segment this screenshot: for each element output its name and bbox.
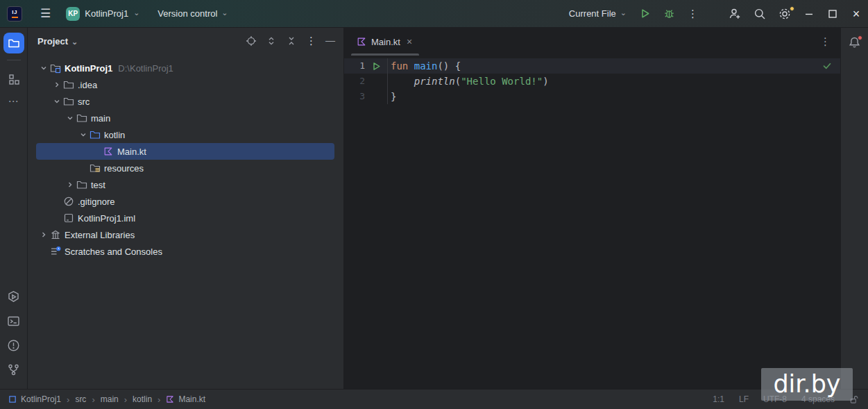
kotlin-file-icon bbox=[166, 395, 174, 403]
project-icon bbox=[8, 395, 17, 403]
line-number: 2 bbox=[344, 74, 365, 89]
folder-icon bbox=[76, 112, 87, 124]
tab-mainkt[interactable]: Main.kt × bbox=[350, 28, 420, 56]
editor-options-menu[interactable]: ⋮ bbox=[810, 35, 840, 48]
notifications-button[interactable] bbox=[848, 36, 861, 49]
check-icon bbox=[822, 61, 832, 71]
run-configuration-selector[interactable]: Current File ⌄ bbox=[563, 8, 633, 19]
chevron-down-icon[interactable] bbox=[37, 65, 50, 72]
terminal-toolwindow-button[interactable] bbox=[7, 309, 20, 333]
inspections-status-widget[interactable] bbox=[819, 59, 835, 73]
libraries-icon bbox=[50, 229, 61, 240]
indent-widget[interactable]: 4 spaces bbox=[801, 394, 835, 404]
unlocked-icon bbox=[849, 395, 858, 404]
window-close-button[interactable]: × bbox=[844, 8, 868, 20]
code-with-me-button[interactable] bbox=[722, 8, 747, 20]
code-line-2[interactable]: 2 println("Hello World!") bbox=[344, 74, 840, 89]
tree-item-idea[interactable]: .idea bbox=[28, 76, 343, 93]
window-maximize-button[interactable] bbox=[821, 10, 844, 18]
tree-item-label: src bbox=[78, 97, 90, 107]
caret-position-widget[interactable]: 1:1 bbox=[713, 394, 724, 404]
tree-item-test[interactable]: test bbox=[28, 176, 343, 193]
tree-item-src[interactable]: src bbox=[28, 93, 343, 110]
chevron-down-icon: ⌄ bbox=[71, 37, 78, 46]
tree-item-main[interactable]: main bbox=[28, 110, 343, 126]
panel-options-button[interactable]: ⋮ bbox=[306, 35, 316, 47]
chevron-down-icon[interactable] bbox=[50, 98, 63, 105]
terminal-icon bbox=[7, 315, 20, 328]
run-configuration-label: Current File bbox=[569, 8, 616, 19]
tree-item-iml[interactable]: KotlinProj1.iml bbox=[28, 210, 343, 226]
more-actions-menu[interactable]: ⋮ bbox=[681, 8, 704, 20]
code-line-1[interactable]: 1 fun main() { bbox=[344, 58, 840, 74]
problems-toolwindow-button[interactable] bbox=[7, 333, 20, 358]
tree-item-resources[interactable]: resources bbox=[28, 160, 343, 176]
code-line-3[interactable]: 3 } bbox=[344, 89, 840, 104]
hide-panel-button[interactable]: — bbox=[325, 35, 335, 46]
tree-item-label: .gitignore bbox=[78, 197, 114, 207]
search-icon bbox=[754, 8, 766, 20]
git-toolwindow-button[interactable] bbox=[7, 358, 20, 382]
tree-item-gitignore[interactable]: .gitignore bbox=[28, 193, 343, 210]
project-name: KotlinProj1 bbox=[85, 8, 128, 19]
debug-button[interactable] bbox=[657, 8, 681, 19]
module-file-icon bbox=[63, 212, 74, 224]
tree-item-kotlinproj1-root[interactable]: KotlinProj1 D:\KotlinProj1 bbox=[28, 60, 343, 76]
bug-icon bbox=[663, 8, 675, 19]
collapse-all-button[interactable] bbox=[286, 35, 297, 47]
resources-folder-icon bbox=[90, 162, 101, 174]
breadcrumb-separator: › bbox=[158, 394, 160, 405]
tree-item-kotlin[interactable]: kotlin bbox=[28, 126, 343, 143]
vcs-widget[interactable]: Version control ⌄ bbox=[158, 8, 228, 19]
breadcrumb-project[interactable]: KotlinProj1 bbox=[8, 394, 61, 404]
gutter: 1 bbox=[344, 58, 388, 74]
maximize-icon bbox=[828, 10, 837, 18]
encoding-widget[interactable]: UTF-8 bbox=[763, 394, 787, 404]
breadcrumb-mainkt[interactable]: Main.kt bbox=[166, 394, 205, 404]
stripe-divider bbox=[7, 60, 21, 60]
main-menu-hamburger-icon[interactable]: ☰ bbox=[32, 6, 59, 21]
structure-toolwindow-button[interactable] bbox=[8, 67, 20, 91]
breadcrumb-separator: › bbox=[92, 394, 94, 405]
folder-icon bbox=[63, 79, 74, 90]
chevron-down-icon: ⌄ bbox=[133, 9, 139, 16]
chevron-down-icon[interactable] bbox=[76, 131, 90, 138]
breadcrumb-src[interactable]: src bbox=[75, 394, 86, 404]
breadcrumb-kotlin[interactable]: kotlin bbox=[133, 394, 152, 404]
line-ending-widget[interactable]: LF bbox=[739, 394, 749, 404]
readonly-toggle[interactable] bbox=[849, 395, 858, 404]
editor-tab-bar: Main.kt × ⋮ bbox=[344, 28, 840, 56]
chevron-right-icon[interactable] bbox=[50, 81, 63, 88]
folder-icon bbox=[8, 37, 20, 49]
minimize-icon bbox=[805, 10, 813, 18]
settings-button[interactable] bbox=[772, 8, 797, 20]
search-everywhere-button[interactable] bbox=[747, 8, 772, 20]
chevron-right-icon[interactable] bbox=[37, 231, 50, 238]
code-editor[interactable]: 1 fun main() { 2 println("Hello World!")… bbox=[344, 56, 840, 389]
project-widget[interactable]: KP KotlinProj1 ⌄ bbox=[66, 7, 139, 21]
tree-item-mainkt-selected[interactable]: Main.kt bbox=[36, 143, 334, 160]
run-main-gutter-button[interactable] bbox=[365, 62, 387, 71]
tree-item-external-libraries[interactable]: External Libraries bbox=[28, 226, 343, 243]
run-toolwindow-button[interactable] bbox=[7, 285, 20, 309]
project-panel-title[interactable]: Project⌄ bbox=[37, 36, 78, 47]
window-minimize-button[interactable] bbox=[797, 10, 821, 18]
chevron-down-icon[interactable] bbox=[63, 115, 76, 122]
title-bar: IJ ☰ KP KotlinProj1 ⌄ Version control ⌄ … bbox=[0, 0, 868, 28]
line-number: 3 bbox=[344, 89, 365, 104]
problems-icon bbox=[7, 339, 20, 352]
tree-item-scratches[interactable]: Scratches and Consoles bbox=[28, 243, 343, 260]
intellij-logo-icon: IJ bbox=[7, 6, 22, 22]
run-button[interactable] bbox=[633, 8, 657, 19]
close-icon[interactable]: × bbox=[405, 35, 414, 48]
project-toolwindow-button[interactable] bbox=[3, 33, 24, 53]
chevron-down-icon: ⌄ bbox=[620, 9, 627, 16]
chevron-right-icon[interactable] bbox=[63, 181, 76, 188]
breadcrumb-main[interactable]: main bbox=[101, 394, 119, 404]
collapse-all-icon bbox=[286, 35, 297, 47]
expand-all-button[interactable] bbox=[266, 35, 277, 47]
locate-file-button[interactable] bbox=[246, 35, 257, 47]
editor-area: Main.kt × ⋮ 1 fun main() { 2 bbox=[344, 28, 840, 389]
more-toolwindows-button[interactable]: ⋯ bbox=[8, 91, 19, 112]
left-tool-stripe: ⋯ bbox=[0, 28, 28, 389]
